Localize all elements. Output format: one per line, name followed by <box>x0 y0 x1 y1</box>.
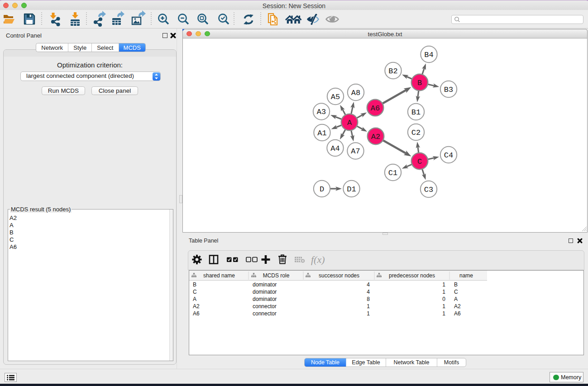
svg-text:A6: A6 <box>454 310 461 317</box>
svg-text:B2: B2 <box>388 67 397 76</box>
svg-text:C2: C2 <box>411 129 421 137</box>
svg-text:4: 4 <box>367 289 370 295</box>
svg-text:B1: B1 <box>411 108 421 117</box>
svg-text:D: D <box>320 185 324 194</box>
svg-text:A: A <box>193 296 196 302</box>
svg-text:A5: A5 <box>331 93 340 101</box>
svg-text:A2: A2 <box>193 303 200 310</box>
svg-text:1: 1 <box>442 289 445 295</box>
svg-text:A8: A8 <box>351 89 360 97</box>
svg-text:0: 0 <box>442 296 445 302</box>
svg-text:A7: A7 <box>351 147 360 156</box>
svg-text:A6: A6 <box>193 310 200 317</box>
svg-text:C: C <box>417 157 422 166</box>
svg-text:A1: A1 <box>317 129 326 138</box>
svg-text:C: C <box>193 289 197 295</box>
svg-text:A: A <box>454 296 458 302</box>
svg-text:B: B <box>193 281 196 288</box>
svg-text:A6: A6 <box>371 104 380 113</box>
svg-text:shared name: shared name <box>203 272 235 279</box>
svg-text:name: name <box>459 272 473 279</box>
svg-text:predecessor nodes: predecessor nodes <box>389 272 435 279</box>
svg-text:A: A <box>347 119 352 127</box>
svg-text:A3: A3 <box>317 108 326 116</box>
svg-text:C: C <box>454 289 458 295</box>
svg-text:B4: B4 <box>424 51 433 59</box>
svg-text:C4: C4 <box>444 151 453 160</box>
svg-text:dominator: dominator <box>253 281 277 288</box>
svg-text:A2: A2 <box>371 133 380 141</box>
svg-text:1: 1 <box>442 310 445 317</box>
svg-text:1: 1 <box>367 310 370 317</box>
svg-text:C1: C1 <box>388 169 397 177</box>
svg-text:connector: connector <box>253 303 277 310</box>
svg-text:MCDS role: MCDS role <box>263 272 290 279</box>
svg-text:D1: D1 <box>347 185 356 194</box>
svg-text:1: 1 <box>367 303 370 310</box>
svg-text:connector: connector <box>253 310 277 317</box>
svg-text:successor nodes: successor nodes <box>319 272 359 279</box>
svg-text:B: B <box>454 281 458 288</box>
svg-text:B3: B3 <box>444 86 453 94</box>
svg-text:A4: A4 <box>330 144 339 153</box>
svg-text:f(x): f(x) <box>311 254 325 265</box>
svg-text:C3: C3 <box>424 186 433 194</box>
svg-text:dominator: dominator <box>253 289 277 295</box>
svg-text:A2: A2 <box>454 303 461 310</box>
svg-text:4: 4 <box>367 281 370 288</box>
svg-text:8: 8 <box>367 296 370 302</box>
svg-text:1: 1 <box>442 281 445 288</box>
svg-text:1: 1 <box>442 303 445 310</box>
svg-text:dominator: dominator <box>253 296 277 302</box>
svg-text:B: B <box>417 79 422 87</box>
